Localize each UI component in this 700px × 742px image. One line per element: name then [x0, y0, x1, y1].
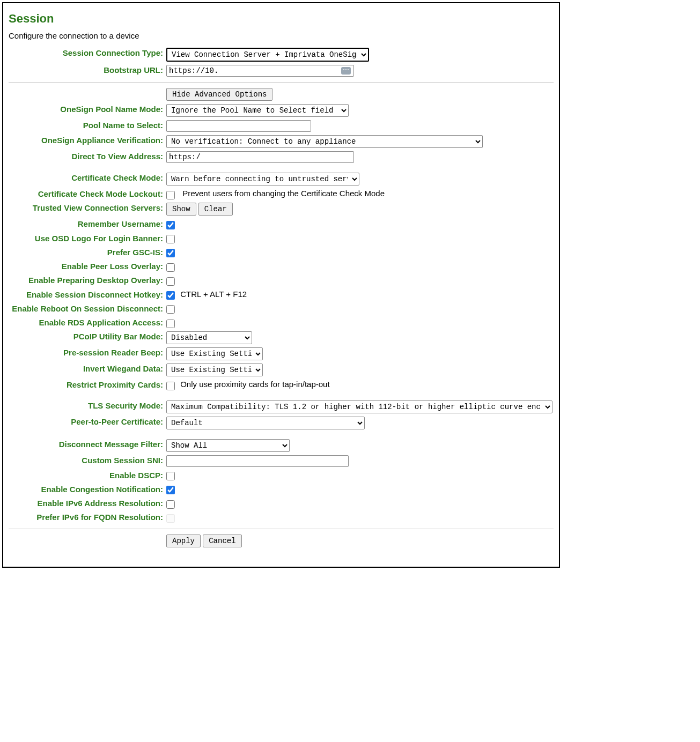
label-session-connection-type: Session Connection Type: [9, 48, 166, 58]
remember-username-checkbox[interactable] [166, 221, 175, 229]
hide-advanced-options-button[interactable]: Hide Advanced Options [166, 88, 272, 101]
restrict-proximity-cards-text: Only use proximity cards for tap-in/tap-… [180, 380, 329, 389]
certificate-check-mode-lockout-text: Prevent users from changing the Certific… [182, 189, 385, 198]
label-trusted-view-connection-servers: Trusted View Connection Servers: [9, 203, 166, 213]
divider [9, 529, 554, 529]
trusted-servers-clear-button[interactable]: Clear [198, 203, 233, 216]
label-pool-name-to-select: Pool Name to Select: [9, 120, 166, 131]
pcoip-utility-bar-mode-select[interactable]: Disabled [166, 331, 252, 344]
label-invert-wiegand-data: Invert Wiegand Data: [9, 363, 166, 374]
use-osd-logo-checkbox[interactable] [166, 235, 175, 243]
divider [9, 82, 554, 83]
label-bootstrap-url: Bootstrap URL: [9, 65, 166, 76]
enable-session-disconnect-hotkey-checkbox[interactable] [166, 291, 175, 300]
pre-session-reader-beep-select[interactable]: Use Existing Setting [166, 347, 263, 360]
label-tls-security-mode: TLS Security Mode: [9, 400, 166, 411]
label-restrict-proximity-cards: Restrict Proximity Cards: [9, 380, 166, 390]
label-disconnect-message-filter: Disconnect Message Filter: [9, 439, 166, 450]
apply-button[interactable]: Apply [166, 535, 201, 547]
label-enable-rds-app-access: Enable RDS Application Access: [9, 317, 166, 328]
label-enable-dscp: Enable DSCP: [9, 470, 166, 481]
label-certificate-check-mode: Certificate Check Mode: [9, 173, 166, 183]
prefer-gsc-is-checkbox[interactable] [166, 249, 175, 257]
label-custom-session-sni: Custom Session SNI: [9, 455, 166, 466]
bootstrap-url-input[interactable] [166, 65, 354, 77]
pool-name-to-select-input[interactable] [166, 120, 311, 132]
enable-reboot-on-disconnect-checkbox[interactable] [166, 305, 175, 314]
onesign-pool-name-mode-select[interactable]: Ignore the Pool Name to Select field [166, 104, 349, 117]
label-enable-peer-loss-overlay: Enable Peer Loss Overlay: [9, 261, 166, 272]
label-prefer-ipv6-fqdn: Prefer IPv6 for FQDN Resolution: [9, 512, 166, 523]
enable-congestion-notification-checkbox[interactable] [166, 486, 175, 494]
tls-security-mode-select[interactable]: Maximum Compatibility: TLS 1.2 or higher… [166, 400, 552, 413]
enable-peer-loss-overlay-checkbox[interactable] [166, 263, 175, 272]
certificate-check-mode-select[interactable]: Warn before connecting to untrusted serv… [166, 173, 359, 186]
label-enable-congestion-notification: Enable Congestion Notification: [9, 484, 166, 495]
page-title: Session [9, 12, 554, 26]
label-enable-ipv6-address-resolution: Enable IPv6 Address Resolution: [9, 498, 166, 509]
enable-ipv6-address-resolution-checkbox[interactable] [166, 500, 175, 509]
label-onesign-pool-name-mode: OneSign Pool Name Mode: [9, 104, 166, 115]
session-panel: Session Configure the connection to a de… [2, 2, 560, 568]
enable-dscp-checkbox[interactable] [166, 472, 175, 480]
label-pcoip-utility-bar-mode: PCoIP Utility Bar Mode: [9, 331, 166, 342]
enable-preparing-overlay-checkbox[interactable] [166, 277, 175, 286]
peer-to-peer-certificate-select[interactable]: Default [166, 417, 365, 429]
disconnect-hotkey-text: CTRL + ALT + F12 [180, 290, 247, 299]
enable-rds-app-access-checkbox[interactable] [166, 320, 175, 328]
page-subtitle: Configure the connection to a device [9, 31, 554, 40]
custom-session-sni-input[interactable] [166, 455, 349, 467]
certificate-check-mode-lockout-checkbox[interactable] [166, 191, 175, 199]
label-enable-preparing-overlay: Enable Preparing Desktop Overlay: [9, 275, 166, 286]
label-pre-session-reader-beep: Pre-session Reader Beep: [9, 347, 166, 358]
label-remember-username: Remember Username: [9, 219, 166, 229]
restrict-proximity-cards-checkbox[interactable] [166, 382, 175, 390]
label-peer-to-peer-certificate: Peer-to-Peer Certificate: [9, 417, 166, 427]
onesign-appliance-verification-select[interactable]: No verification: Connect to any applianc… [166, 135, 483, 148]
session-connection-type-select[interactable]: View Connection Server + Imprivata OneSi… [166, 48, 369, 62]
invert-wiegand-data-select[interactable]: Use Existing Setting [166, 363, 263, 376]
label-use-osd-logo: Use OSD Logo For Login Banner: [9, 233, 166, 244]
label-certificate-check-mode-lockout: Certificate Check Mode Lockout: [9, 189, 166, 199]
prefer-ipv6-fqdn-checkbox [166, 514, 175, 523]
label-direct-to-view-address: Direct To View Address: [9, 151, 166, 162]
label-onesign-appliance-verification: OneSign Appliance Verification: [9, 135, 166, 146]
label-enable-reboot-on-disconnect: Enable Reboot On Session Disconnect: [9, 303, 166, 314]
direct-to-view-address-input[interactable] [166, 151, 354, 163]
label-prefer-gsc-is: Prefer GSC-IS: [9, 247, 166, 258]
disconnect-message-filter-select[interactable]: Show All [166, 439, 290, 452]
label-enable-session-disconnect-hotkey: Enable Session Disconnect Hotkey: [9, 290, 166, 300]
cancel-button[interactable]: Cancel [203, 535, 241, 547]
keyboard-icon[interactable] [341, 67, 351, 75]
trusted-servers-show-button[interactable]: Show [166, 203, 196, 216]
